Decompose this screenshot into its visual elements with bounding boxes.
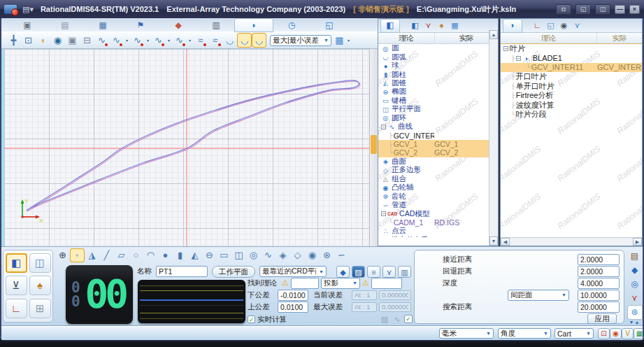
blade-tree-row[interactable]: ├开口叶片	[501, 72, 642, 81]
display-options-icon[interactable]: ⊟	[80, 34, 94, 47]
cylinder-feature-icon[interactable]: ▮	[173, 249, 187, 262]
feature-tree-row[interactable]: ├GCV_1GCV_1	[378, 140, 498, 148]
angle-dropdown[interactable]: 角度 ▼	[498, 328, 551, 339]
feature-tree-row[interactable]: −CADCAD模型	[378, 209, 498, 218]
feature-cube-icon[interactable]: ◧	[409, 21, 421, 30]
curve-inspect-icon[interactable]: ∿	[152, 34, 165, 47]
projection-dropdown[interactable]: 投影 ▼	[321, 278, 360, 289]
chevron-down-icon[interactable]: ▾	[346, 38, 351, 43]
angle-probe-toggle[interactable]: ⋎	[382, 266, 396, 278]
scroll-down-icon[interactable]: ▼	[489, 236, 498, 246]
point-feature-icon[interactable]: ◦	[71, 249, 84, 262]
torus-feature-icon[interactable]: ◎	[247, 249, 260, 262]
pipe-feature-icon[interactable]: ∽	[335, 249, 348, 262]
tab-home[interactable]: ▣	[8, 19, 46, 31]
feature-tree-row[interactable]: −∿曲线	[378, 122, 498, 131]
tab-output[interactable]: ▥	[197, 19, 235, 31]
edit-icon[interactable]: ▨	[379, 315, 390, 324]
scan-grid-icon[interactable]: ▦	[333, 34, 346, 47]
curve-project-icon[interactable]: ◡	[252, 34, 266, 47]
users-button[interactable]: ◫	[595, 4, 610, 15]
tab-curve[interactable]: ◗	[235, 19, 273, 31]
blade-tree-hscrollbar[interactable]: ◀ ▶	[501, 237, 642, 246]
list-view-toggle[interactable]: ≡	[367, 266, 380, 278]
column-theory[interactable]: 理论	[501, 33, 597, 43]
slot-feature-icon[interactable]: ▭	[217, 249, 231, 262]
feature-tree-row[interactable]: ◭圆锥	[378, 79, 498, 87]
chevron-down-icon[interactable]: ▾	[124, 38, 129, 43]
coordsys-dropdown[interactable]: Cart ▼	[554, 328, 594, 339]
collapse-arrows-icon[interactable]: ▼▲	[629, 320, 641, 325]
curve-offset-icon[interactable]: ◡	[238, 34, 251, 47]
minimize-button[interactable]: —	[615, 5, 625, 14]
view-eye-icon[interactable]: ◉	[51, 34, 64, 47]
param-value-input[interactable]	[578, 266, 620, 277]
blade-tree-row[interactable]: ├单开口叶片	[501, 82, 642, 91]
feature-tree-row[interactable]: ∴点云	[378, 227, 498, 235]
curve-scan-icon[interactable]: ∿	[110, 34, 123, 47]
firtree-small-icon[interactable]: ♠	[436, 21, 448, 30]
feature-panel-tab[interactable]: ◧	[381, 20, 399, 32]
surface-feature-icon[interactable]: ◈	[276, 249, 289, 262]
curve-band-icon[interactable]: ◡	[223, 34, 236, 47]
snapshot-icon[interactable]: ▣	[66, 34, 79, 47]
joystick-icon[interactable]: ◉	[610, 328, 622, 339]
upper-tol-input[interactable]	[278, 302, 308, 313]
feature-tree-row[interactable]: ◫平行平面	[378, 105, 498, 113]
cone-feature-icon[interactable]: ◭	[188, 249, 201, 262]
feature-tree-row[interactable]: ∽管道	[378, 201, 498, 209]
probe-view-toggle[interactable]: ◆	[336, 266, 350, 278]
probe-manager-icon[interactable]: ◆	[628, 264, 642, 277]
curve-eval-icon[interactable]: ∿	[131, 34, 144, 47]
sphere-feature-icon[interactable]: ●	[159, 249, 172, 262]
vision-icon[interactable]: V	[622, 328, 634, 339]
arc-feature-icon[interactable]: ◠	[144, 249, 157, 262]
feature-tree-row[interactable]: ├GCV_INTER1	[378, 131, 498, 139]
cam-feature-icon[interactable]: ◉	[306, 249, 319, 262]
blade-tree-row[interactable]: ├−◗BLADE1	[501, 53, 642, 62]
probe-angle-icon[interactable]: ⋎	[628, 292, 642, 305]
found-theory-input[interactable]	[291, 278, 319, 289]
settings-gear-icon[interactable]: ⊛	[628, 306, 642, 319]
spacing-plane-dropdown[interactable]: 间距面▼	[508, 290, 569, 301]
crd-plane-dropdown[interactable]: 最靠近的CRD平面 ▼	[259, 266, 327, 277]
param-value-input[interactable]	[578, 254, 620, 265]
workspace-icon[interactable]: ⊡	[598, 328, 610, 339]
chevron-down-icon[interactable]: ▾	[187, 38, 192, 43]
column-theory[interactable]: 理论	[378, 33, 435, 43]
blade-tree-row[interactable]: −叶片	[501, 44, 642, 53]
feature-tree-row[interactable]: └GCV_2GCV_2	[378, 148, 498, 157]
close-button[interactable]: ×	[629, 5, 640, 14]
viewport-scrollbar[interactable]	[369, 49, 378, 246]
probe-clear-icon[interactable]: ∿	[392, 315, 403, 324]
window-export-icon[interactable]: ◱	[545, 21, 557, 30]
tab-document[interactable]: ▤	[46, 19, 84, 31]
tab-graphics[interactable]: ◆	[159, 19, 197, 31]
expander-icon[interactable]: −	[516, 56, 521, 61]
feature-name-input[interactable]	[156, 266, 208, 277]
blade-panel-tab[interactable]: ◗	[503, 20, 522, 32]
scroll-left-icon[interactable]: ◀	[501, 238, 510, 246]
probe-cube-button[interactable]: ◧	[6, 253, 27, 273]
zoom-tool-icon[interactable]: ◎	[628, 278, 642, 291]
panel-view-toggle[interactable]: ▥	[398, 266, 411, 278]
feature-tree-row[interactable]: ⊖椭圆	[378, 87, 498, 96]
plane-feature-icon[interactable]: ▱	[115, 249, 128, 262]
remote-desktop-button[interactable]: ◱	[575, 4, 591, 15]
view-fit-icon[interactable]: ╋	[7, 34, 20, 47]
tab-table[interactable]: ▦	[84, 19, 122, 31]
circle-feature-icon[interactable]: ○	[129, 249, 143, 262]
curve-points-icon[interactable]: ≈	[194, 34, 207, 47]
quick-menu-icon[interactable]: ▤▾	[22, 5, 34, 14]
expander-icon[interactable]: −	[381, 211, 386, 216]
blade-tree-row[interactable]: ├波纹度计算	[501, 100, 642, 109]
probe-head-button[interactable]: ⊻	[6, 276, 27, 295]
blade-tree-row[interactable]: └叶片分段	[501, 110, 642, 119]
tab-view[interactable]: ◱	[310, 19, 348, 31]
feature-tree-row[interactable]: ◉凸轮轴	[378, 183, 498, 192]
apply-button[interactable]: 应用	[587, 313, 617, 324]
pan-hand-icon[interactable]: ◖	[36, 34, 50, 47]
report-print-icon[interactable]: ▤	[628, 250, 642, 263]
vector-point-icon[interactable]: ◮	[85, 249, 99, 262]
realtime-checkbox[interactable]: ✓	[248, 316, 255, 323]
